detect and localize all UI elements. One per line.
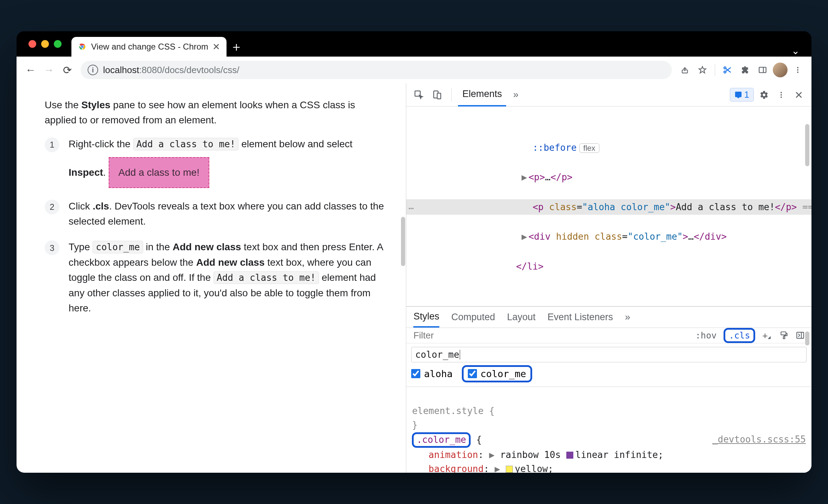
svg-point-5 — [724, 67, 726, 69]
content-area: Use the Styles pane to see how an elemen… — [17, 83, 811, 473]
step-1: 1 Right-click the Add a class to me! ele… — [45, 136, 385, 188]
tab-styles[interactable]: Styles — [413, 306, 439, 328]
svg-point-6 — [724, 71, 726, 73]
svg-point-9 — [797, 67, 798, 69]
step-3: 3 Type color_me in the Add new class tex… — [45, 239, 385, 316]
tab-overflow-icon[interactable]: ⌄ — [791, 45, 804, 57]
add-class-input[interactable]: color_me — [411, 347, 807, 362]
hov-toggle[interactable]: :hov — [692, 329, 720, 342]
share-icon[interactable] — [677, 63, 692, 77]
styles-subtabs: Styles Computed Layout Event Listeners » — [406, 307, 811, 328]
close-window-button[interactable] — [28, 40, 36, 48]
separator — [715, 64, 715, 76]
tab-strip: View and change CSS - Chrom ✕ ＋ ⌄ — [17, 31, 811, 57]
scissors-icon[interactable] — [720, 63, 735, 77]
close-devtools-icon[interactable] — [791, 87, 807, 103]
svg-rect-7 — [759, 67, 766, 72]
back-button[interactable]: ← — [23, 62, 38, 78]
issues-badge[interactable]: 1 — [730, 88, 754, 102]
step-2: 2 Click .cls. DevTools reveals a text bo… — [45, 199, 385, 229]
tab-elements[interactable]: Elements — [458, 83, 506, 106]
svg-point-3 — [82, 46, 83, 48]
bookmark-icon[interactable] — [695, 63, 710, 77]
side-panel-icon[interactable] — [755, 63, 770, 77]
paint-icon[interactable] — [778, 329, 790, 342]
svg-rect-19 — [783, 337, 785, 339]
intro-paragraph: Use the Styles pane to see how an elemen… — [45, 97, 385, 128]
device-toggle-icon[interactable] — [429, 87, 445, 103]
step-body: Click .cls. DevTools reveals a text box … — [69, 199, 385, 229]
svg-rect-18 — [781, 332, 786, 335]
source-link[interactable]: _devtools.scss:55 — [712, 432, 806, 446]
scrollbar[interactable] — [805, 124, 809, 166]
filter-input[interactable] — [411, 328, 688, 343]
separator — [451, 88, 452, 102]
url: localhost:8080/docs/devtools/css/ — [103, 65, 239, 76]
demo-element[interactable]: Add a class to me! — [109, 157, 209, 188]
site-info-icon[interactable]: i — [88, 65, 98, 75]
step-number: 2 — [45, 200, 59, 214]
extensions-icon[interactable] — [738, 63, 752, 77]
address-bar[interactable]: i localhost:8080/docs/devtools/css/ — [81, 61, 672, 79]
profile-avatar[interactable] — [773, 63, 788, 77]
browser-window: View and change CSS - Chrom ✕ ＋ ⌄ ← → ⟳ … — [17, 31, 811, 473]
svg-point-10 — [797, 69, 798, 71]
webpage: Use the Styles pane to see how an elemen… — [17, 83, 406, 473]
new-tab-button[interactable]: ＋ — [227, 37, 246, 57]
cls-toggle[interactable]: .cls — [724, 328, 755, 343]
tab-layout[interactable]: Layout — [507, 306, 536, 328]
forward-button[interactable]: → — [41, 62, 57, 78]
styles-toolbar: :hov .cls +◢ — [406, 328, 811, 343]
settings-icon[interactable] — [756, 87, 771, 103]
svg-point-11 — [797, 71, 798, 73]
dom-tree[interactable]: ::beforeflex ▶<p>…</p> <p class="aloha c… — [406, 106, 811, 306]
new-style-rule-button[interactable]: +◢ — [759, 329, 774, 342]
step-body: Right-click the Add a class to me! eleme… — [69, 136, 385, 188]
tab-computed[interactable]: Computed — [451, 306, 495, 328]
css-rules[interactable]: element.style { } .color_me {_devtools.s… — [406, 387, 811, 473]
checkbox[interactable] — [468, 369, 477, 378]
menu-icon[interactable] — [790, 63, 805, 77]
class-checkbox-color-me[interactable]: color_me — [462, 365, 532, 382]
toolbar: ← → ⟳ i localhost:8080/docs/devtools/css… — [17, 57, 811, 83]
browser-tab[interactable]: View and change CSS - Chrom ✕ — [71, 37, 227, 57]
devtools-panel: Elements » 1 — [406, 83, 811, 473]
close-tab-icon[interactable]: ✕ — [212, 41, 220, 52]
svg-point-15 — [781, 92, 782, 93]
reload-button[interactable]: ⟳ — [59, 62, 75, 78]
class-checkbox-aloha[interactable]: aloha — [411, 368, 452, 379]
inspect-icon[interactable] — [411, 87, 427, 103]
window-controls — [24, 31, 71, 57]
tab-more[interactable]: » — [509, 83, 523, 106]
step-number: 1 — [45, 137, 59, 152]
more-icon[interactable] — [773, 87, 789, 103]
tab-title: View and change CSS - Chrom — [91, 42, 208, 52]
minimize-window-button[interactable] — [41, 40, 49, 48]
scrollbar[interactable] — [401, 217, 405, 266]
svg-point-16 — [781, 94, 782, 95]
svg-point-17 — [781, 96, 782, 98]
maximize-window-button[interactable] — [54, 40, 62, 48]
steps-list: 1 Right-click the Add a class to me! ele… — [45, 136, 385, 316]
selected-dom-node: <p class="aloha color_me">Add a class to… — [406, 199, 811, 215]
computed-panel-icon[interactable] — [794, 329, 807, 342]
element-classes-panel: color_me aloha color_me — [406, 343, 811, 387]
devtools-tabbar: Elements » 1 — [406, 83, 811, 106]
code-chip: Add a class to me! — [133, 138, 239, 150]
step-body: Type color_me in the Add new class text … — [69, 239, 385, 316]
color-swatch[interactable] — [506, 466, 513, 473]
svg-rect-20 — [797, 332, 804, 338]
code-chip: Add a class to me! — [214, 271, 319, 284]
checkbox[interactable] — [411, 369, 420, 378]
tab-event-listeners[interactable]: Event Listeners — [548, 306, 613, 328]
scrollbar[interactable] — [805, 331, 809, 345]
bezier-swatch[interactable] — [566, 452, 573, 459]
text-caret — [460, 350, 460, 360]
code-chip: color_me — [93, 241, 143, 253]
tab-more[interactable]: » — [625, 306, 630, 328]
chrome-icon — [78, 42, 87, 51]
step-number: 3 — [45, 240, 59, 255]
svg-rect-14 — [437, 93, 441, 99]
